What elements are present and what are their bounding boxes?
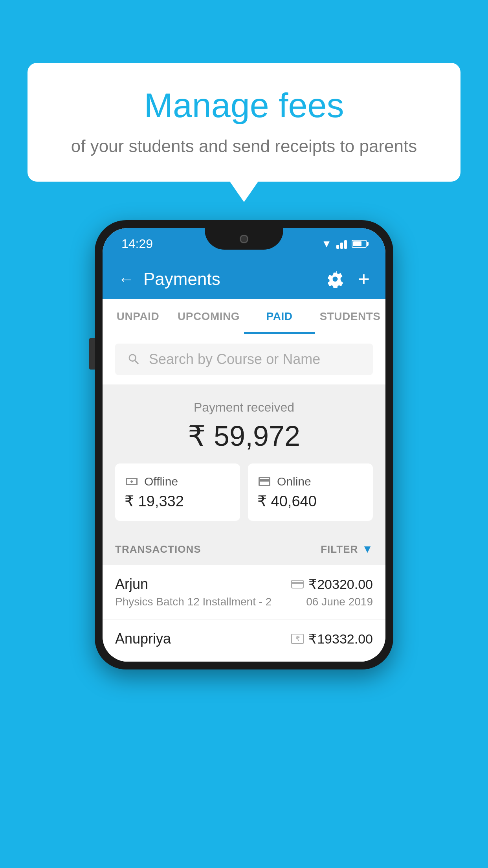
transaction-bottom: Physics Batch 12 Installment - 2 06 June… [115, 596, 373, 608]
table-row[interactable]: Arjun ₹20320.00 Physics Batch 12 Install… [103, 565, 385, 620]
signal-icon [336, 239, 347, 249]
battery-fill [353, 241, 361, 246]
payment-summary: Payment received ₹ 59,972 Offline ₹ 19,3… [103, 384, 385, 533]
online-card: Online ₹ 40,640 [248, 463, 373, 521]
phone-screen: 14:29 ▼ [103, 228, 385, 662]
transaction-amount: ₹20320.00 [308, 576, 373, 592]
status-time: 14:29 [121, 237, 153, 251]
status-bar: 14:29 ▼ [103, 228, 385, 259]
transaction-amount-container: ₹ ₹19332.00 [291, 631, 373, 647]
transaction-date: 06 June 2019 [306, 596, 373, 608]
online-label: Online [277, 475, 311, 488]
offline-card: Offline ₹ 19,332 [115, 463, 240, 521]
offline-label: Offline [144, 475, 178, 488]
notch [205, 228, 283, 250]
search-container: Search by Course or Name [103, 334, 385, 384]
back-button[interactable]: ← [118, 271, 134, 287]
table-row[interactable]: Anupriya ₹ ₹19332.00 [103, 620, 385, 662]
payment-type-icon [291, 580, 304, 588]
filter-label: FILTER [321, 543, 358, 555]
transactions-header: TRANSACTIONS FILTER ▼ [103, 533, 385, 565]
transaction-top: Arjun ₹20320.00 [115, 576, 373, 592]
add-button[interactable]: + [358, 269, 370, 289]
battery-icon [352, 240, 367, 248]
transaction-amount-container: ₹20320.00 [291, 576, 373, 592]
transaction-amount: ₹19332.00 [308, 631, 373, 647]
cash-icon [125, 474, 139, 489]
speech-bubble-container: Manage fees of your students and send re… [28, 63, 460, 182]
bubble-subtitle: of your students and send receipts to pa… [59, 134, 429, 158]
wifi-icon: ▼ [321, 238, 332, 250]
status-icons: ▼ [321, 238, 367, 250]
header-left: ← Payments [118, 269, 220, 289]
offline-card-header: Offline [125, 474, 231, 489]
transaction-description: Physics Batch 12 Installment - 2 [115, 596, 272, 608]
credit-card-icon [257, 474, 272, 489]
speech-bubble: Manage fees of your students and send re… [28, 63, 460, 182]
online-amount: ₹ 40,640 [257, 493, 363, 510]
settings-icon[interactable] [327, 270, 344, 288]
transaction-name: Arjun [115, 576, 148, 592]
camera-dot [240, 235, 248, 243]
page-title: Payments [143, 269, 220, 289]
search-icon [127, 352, 141, 366]
tab-paid[interactable]: PAID [244, 299, 315, 334]
payment-cards: Offline ₹ 19,332 Online ₹ 40 [115, 463, 373, 521]
filter-container[interactable]: FILTER ▼ [321, 543, 373, 555]
tabs-bar: UNPAID UPCOMING PAID STUDENTS [103, 299, 385, 334]
payment-type-cash-icon: ₹ [291, 634, 304, 644]
payment-received-label: Payment received [115, 400, 373, 415]
phone-mockup: 14:29 ▼ [95, 220, 393, 669]
filter-icon: ▼ [362, 543, 373, 555]
online-card-header: Online [257, 474, 363, 489]
tab-unpaid[interactable]: UNPAID [103, 299, 173, 334]
transaction-top: Anupriya ₹ ₹19332.00 [115, 631, 373, 647]
app-header: ← Payments + [103, 259, 385, 299]
tab-upcoming[interactable]: UPCOMING [173, 299, 244, 334]
bubble-title: Manage fees [59, 86, 429, 125]
search-box[interactable]: Search by Course or Name [115, 344, 373, 375]
payment-total-amount: ₹ 59,972 [115, 419, 373, 452]
header-right: + [327, 269, 370, 289]
offline-amount: ₹ 19,332 [125, 493, 231, 510]
transactions-label: TRANSACTIONS [115, 543, 201, 555]
phone-body: 14:29 ▼ [95, 220, 393, 669]
tab-students[interactable]: STUDENTS [315, 299, 385, 334]
transaction-name: Anupriya [115, 631, 171, 647]
search-input[interactable]: Search by Course or Name [149, 351, 320, 368]
